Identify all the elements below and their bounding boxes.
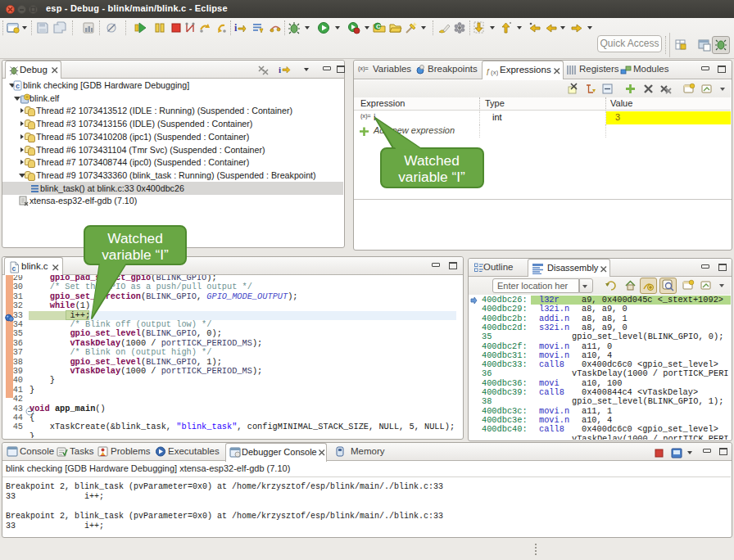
- svg-text:c: c: [16, 82, 20, 90]
- svg-text:C: C: [376, 23, 381, 30]
- svg-text:ƒ: ƒ: [486, 67, 490, 75]
- svg-text:(x): (x): [491, 69, 498, 76]
- svg-text:Watched: Watched: [107, 230, 163, 246]
- svg-text:variable “I”: variable “I”: [102, 246, 169, 263]
- svg-text:Watched: Watched: [404, 152, 460, 169]
- svg-text:c: c: [12, 264, 16, 273]
- svg-text:i: i: [279, 65, 281, 75]
- svg-text:i: i: [234, 22, 238, 34]
- svg-text:variable “I”: variable “I”: [398, 169, 465, 185]
